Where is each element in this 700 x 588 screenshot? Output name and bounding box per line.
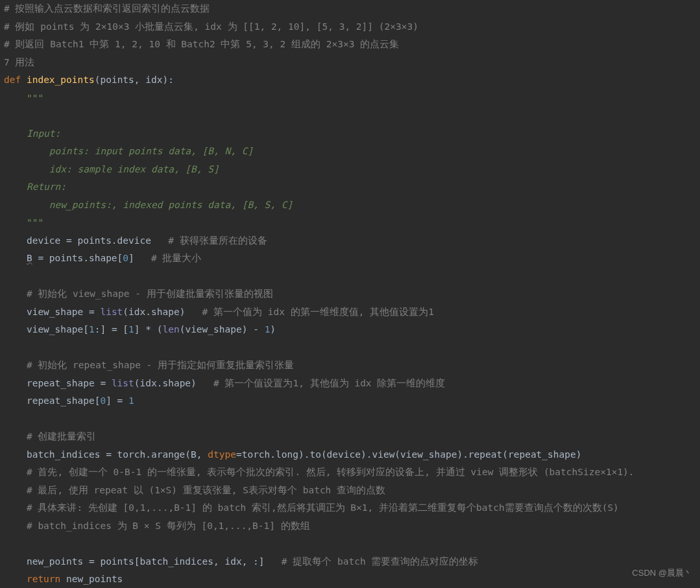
num-one-d: 1 [128,395,134,406]
stmt-vs2-d: (view_shape) - [180,324,265,335]
param-idx: idx [145,75,162,85]
num-zero: 0 [123,253,128,263]
stmt-rs1-b: (idx.shape) [134,378,197,388]
stmt-vs1-b: (idx.shape) [123,307,185,317]
comment-batchindices-head: # 创建批量索引 [27,431,96,441]
keyword-def: def [4,75,21,85]
builtin-list: list [100,307,123,317]
stmt-return-val: new_points [60,574,123,584]
stmt-vs2-b: :] = [ [95,324,128,335]
code-screenshot: { "c1": "# 按照输入点云数据和索引返回索引的点云数据", "c2": … [0,0,700,588]
stmt-vs2-c: ] * ( [134,324,163,335]
comment-B: # 批量大小 [151,253,201,263]
comment-vs1: # 第一个值为 idx 的第一维维度值, 其他值设置为1 [202,307,434,317]
func-name: index_points [27,75,95,85]
stmt-rs1-a: repeat_shape = [27,378,112,388]
comment-newpoints: # 提取每个 batch 需要查询的点对应的坐标 [282,556,479,567]
comment-device: # 获得张量所在的设备 [168,235,267,246]
stmt-newpoints: new_points = points[batch_indices, idx, … [27,556,265,567]
doc-return: Return: [27,182,66,192]
var-B: B [27,253,32,263]
comment-repeatshape-head: # 初始化 repeat_shape - 用于指定如何重复批量索引张量 [27,360,294,370]
builtin-len: len [162,324,179,335]
stmt-rs2-a: repeat_shape[ [27,395,101,406]
docstring-close: """ [27,217,43,228]
code-block: # 按照输入点云数据和索引返回索引的点云数据 # 例如 points 为 2×1… [0,0,700,588]
stmt-device: device = points.device [27,235,151,246]
comment-viewshape-head: # 初始化 view_shape - 用于创建批量索引张量的视图 [27,288,273,299]
stmt-bi-b: =torch.long).to(device).view(view_shape)… [236,449,582,460]
comment-line: # 则返回 Batch1 中第 1, 2, 10 和 Batch2 中第 5, … [4,39,399,49]
num-one-b: 1 [128,324,134,335]
stmt-B-end: ] [128,253,134,263]
comment-bi1: # 首先, 创建一个 0-B-1 的一维张量, 表示每个批次的索引. 然后, 转… [27,467,634,477]
stmt-bi-a: batch_indices = torch.arange(B, [27,449,208,460]
doc-points: points: input points data, [B, N, C] [49,146,253,156]
watermark: CSDN @晨晨丶 [632,564,692,582]
comment-line: 7 用法 [4,57,34,67]
num-zero-b: 0 [100,395,106,406]
builtin-list-2: list [112,378,134,388]
docstring-open: """ [27,93,43,103]
doc-newpoints: new_points:, indexed points data, [B, S,… [49,200,293,210]
keyword-return: return [27,574,60,584]
stmt-B-mid: = points.shape[ [32,253,123,263]
comment-line: # 按照输入点云数据和索引返回索引的点云数据 [4,3,210,14]
stmt-rs2-b: ] = [106,395,128,406]
comment-bi4: # batch_indices 为 B × S 每列为 [0,1,...,B-1… [27,521,310,531]
comment-bi2: # 最后, 使用 repeat 以 (1×S) 重复该张量, S表示对每个 ba… [27,485,385,495]
comment-rs1: # 第一个值设置为1, 其他值为 idx 除第一维的维度 [213,378,445,388]
doc-input: Input: [27,128,60,139]
kwarg-dtype: dtype [208,449,236,460]
stmt-vs2-a: view_shape[ [27,324,89,335]
stmt-vs1-a: view_shape = [27,307,101,317]
comment-bi3: # 具体来讲: 先创建 [0,1,...,B-1] 的 batch 索引,然后将… [27,502,619,513]
num-one-a: 1 [89,324,95,335]
doc-idx: idx: sample index data, [B, S] [49,164,219,174]
stmt-vs2-e: ) [270,324,276,335]
comment-line: # 例如 points 为 2×10×3 小批量点云集, idx 为 [[1, … [4,21,418,32]
param-points: points [100,75,134,85]
